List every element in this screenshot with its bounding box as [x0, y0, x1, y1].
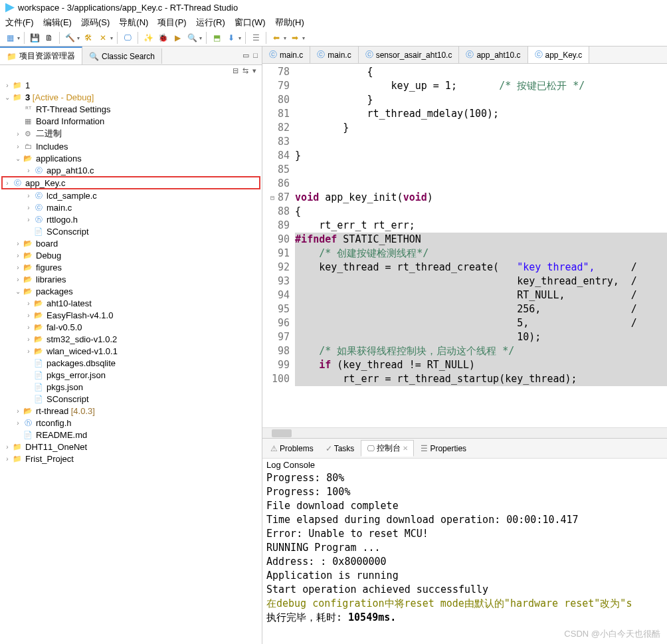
tree-item-aht10-latest[interactable]: ›📂aht10-latest: [1, 297, 260, 309]
tree-item-SConscript[interactable]: 📄SConscript: [1, 225, 260, 237]
menu-help[interactable]: 帮助(H): [275, 17, 304, 29]
tree-item-packages-dbsqlite[interactable]: 📄packages.dbsqlite: [1, 357, 260, 369]
maximize-icon[interactable]: □: [253, 51, 258, 60]
bottom-tab-控制台[interactable]: 🖵 控制台 ✕: [361, 440, 414, 457]
left-view-tabs: 📁 项目资源管理器 🔍 Classic Search ▭ □: [0, 47, 262, 65]
left-panel: 📁 项目资源管理器 🔍 Classic Search ▭ □ ⊟ ⇆ ▾ ›📁1…: [0, 47, 262, 644]
view-menu-icon[interactable]: ▾: [252, 66, 256, 75]
scrollbar-thumb[interactable]: [272, 429, 292, 437]
build-icon[interactable]: 🔨: [64, 32, 76, 44]
bottom-tab-Problems[interactable]: ⚠ Problems: [265, 442, 319, 455]
console-output[interactable]: Progress: 80%Progress: 100%File download…: [262, 471, 667, 644]
sdk-icon[interactable]: ⬒: [211, 32, 223, 44]
bottom-tab-Tasks[interactable]: ✓ Tasks: [320, 442, 360, 455]
c-file-icon: ⓒ: [365, 49, 373, 60]
search-icon: 🔍: [89, 52, 99, 61]
tree-item-libraries[interactable]: ›📂libraries: [1, 273, 260, 285]
save-icon[interactable]: 💾: [29, 32, 41, 44]
tree-item-stm32-sdio-v1-0-2[interactable]: ›📂stm32_sdio-v1.0.2: [1, 333, 260, 345]
editor-tab-4[interactable]: ⓒapp_Key.c: [528, 47, 590, 63]
tree-item-rt-thread[interactable]: ›📂rt-thread [4.0.3]: [1, 405, 260, 417]
app-logo-icon: [5, 3, 15, 13]
editor-tab-3[interactable]: ⓒapp_aht10.c: [459, 47, 527, 63]
tree-item-SConscript[interactable]: 📄SConscript: [1, 393, 260, 405]
tree-item-board[interactable]: ›📂board: [1, 237, 260, 249]
tree-item-DHT11-OneNet[interactable]: ›📁DHT11_OneNet: [1, 441, 260, 453]
menu-file[interactable]: 文件(F): [5, 17, 34, 29]
tree-item-1[interactable]: ›📁1: [1, 79, 260, 91]
c-file-icon: ⓒ: [317, 49, 325, 60]
menu-run[interactable]: 运行(R): [196, 17, 225, 29]
minimize-icon[interactable]: ▭: [242, 51, 249, 60]
tree-item-app-Key-c[interactable]: ›ⓒapp_Key.c: [1, 176, 260, 189]
editor-tab-1[interactable]: ⓒmain.c: [310, 47, 358, 63]
right-panel: ⓒmain.cⓒmain.cⓒsensor_asair_aht10.cⓒapp_…: [262, 47, 667, 644]
code-area[interactable]: { key_up = 1; /* 按键已松开 */ } rt_thread_md…: [295, 64, 667, 427]
menu-navigate[interactable]: 导航(N): [119, 17, 148, 29]
download-icon[interactable]: ⬇: [225, 32, 237, 44]
window-title: workspace - 3/applications/app_Key.c - R…: [18, 3, 238, 13]
search-icon[interactable]: 🔍: [186, 32, 198, 44]
tree-item-fal-v0-5-0[interactable]: ›📂fal-v0.5.0: [1, 321, 260, 333]
titlebar: workspace - 3/applications/app_Key.c - R…: [0, 0, 667, 15]
tree-item-main-c[interactable]: ›ⓒmain.c: [1, 201, 260, 213]
editor-tabs: ⓒmain.cⓒmain.cⓒsensor_asair_aht10.cⓒapp_…: [262, 47, 667, 64]
tree-item-RT-Thread-Settings[interactable]: ᴿᵀRT-Thread Settings: [1, 103, 260, 115]
tree-item-Frist-Project[interactable]: ›📁Frist_Project: [1, 453, 260, 465]
build-all-icon[interactable]: 🛠: [82, 32, 94, 44]
debug-config-icon[interactable]: ✨: [142, 32, 154, 44]
tree-item-figures[interactable]: ›📂figures: [1, 261, 260, 273]
tree-item-pkgs-error-json[interactable]: 📄pkgs_error.json: [1, 369, 260, 381]
tree-item-3[interactable]: ⌄📁3 [Active - Debug]: [1, 91, 260, 103]
console-title: Log Console: [262, 459, 667, 471]
menu-source[interactable]: 源码(S): [81, 17, 110, 29]
menu-edit[interactable]: 编辑(E): [43, 17, 72, 29]
tools-icon[interactable]: ✕: [97, 32, 109, 44]
tree-item-applications[interactable]: ⌄📂applications: [1, 152, 260, 164]
tab-icon: ✓: [326, 444, 332, 453]
tree-item----[interactable]: ›⚙二进制: [1, 127, 260, 140]
tree-item-Includes[interactable]: ›🗀Includes: [1, 140, 260, 152]
project-tree[interactable]: ›📁1⌄📁3 [Active - Debug]ᴿᵀRT-Thread Setti…: [0, 76, 262, 644]
c-file-icon: ⓒ: [466, 49, 474, 60]
tree-item-EasyFlash-v4-1-0[interactable]: ›📂EasyFlash-v4.1.0: [1, 309, 260, 321]
run-icon[interactable]: ▶: [171, 32, 183, 44]
tree-item-app-aht10-c[interactable]: ›ⓒapp_aht10.c: [1, 164, 260, 176]
tab-classic-search[interactable]: 🔍 Classic Search: [82, 48, 162, 64]
back-icon[interactable]: ⬅: [270, 32, 282, 44]
menu-project[interactable]: 项目(P): [157, 17, 186, 29]
tree-item-pkgs-json[interactable]: 📄pkgs.json: [1, 381, 260, 393]
code-editor[interactable]: 7879808182838485868788899091929394959697…: [262, 64, 667, 427]
line-gutter: 7879808182838485868788899091929394959697…: [262, 64, 295, 427]
tree-item-README-md[interactable]: 📄README.md: [1, 429, 260, 441]
c-file-icon: ⓒ: [535, 49, 543, 60]
editor-hscrollbar[interactable]: [262, 427, 667, 438]
editor-tab-0[interactable]: ⓒmain.c: [262, 47, 310, 63]
tab-project-explorer[interactable]: 📁 项目资源管理器: [0, 47, 82, 64]
tree-item-Debug[interactable]: ›📂Debug: [1, 249, 260, 261]
bottom-panel: ⚠ Problems✓ Tasks🖵 控制台 ✕☰ Properties Log…: [262, 438, 667, 644]
forward-icon[interactable]: ➡: [289, 32, 301, 44]
menubar: 文件(F) 编辑(E) 源码(S) 导航(N) 项目(P) 运行(R) 窗口(W…: [0, 15, 667, 30]
tree-item-packages[interactable]: ⌄📂packages: [1, 285, 260, 297]
new-icon[interactable]: ▦: [4, 32, 16, 44]
save-all-icon[interactable]: 🗎: [43, 32, 55, 44]
link-editor-icon[interactable]: ⇆: [242, 66, 248, 75]
stack-icon[interactable]: ☰: [250, 32, 262, 44]
bottom-tab-Properties[interactable]: ☰ Properties: [415, 442, 472, 455]
editor-tab-2[interactable]: ⓒsensor_asair_aht10.c: [359, 47, 460, 63]
terminal-icon[interactable]: 🖵: [122, 32, 134, 44]
tab-icon: ⚠: [270, 444, 278, 453]
tab-icon: 🖵: [367, 444, 375, 453]
c-file-icon: ⓒ: [269, 49, 277, 60]
menu-window[interactable]: 窗口(W): [235, 17, 266, 29]
tree-item-lcd-sample-c[interactable]: ›ⓒlcd_sample.c: [1, 189, 260, 201]
tree-item-rttlogo-h[interactable]: ›ⓗrttlogo.h: [1, 213, 260, 225]
main-area: 📁 项目资源管理器 🔍 Classic Search ▭ □ ⊟ ⇆ ▾ ›📁1…: [0, 47, 667, 644]
tree-item-wlan-wiced-v1-0-1[interactable]: ›📂wlan_wiced-v1.0.1: [1, 345, 260, 357]
collapse-all-icon[interactable]: ⊟: [233, 66, 238, 75]
explorer-mini-toolbar: ⊟ ⇆ ▾: [0, 65, 262, 76]
tree-item-rtconfig-h[interactable]: ›ⓗrtconfig.h: [1, 417, 260, 429]
debug-icon[interactable]: 🐞: [157, 32, 169, 44]
tree-item-Board-Information[interactable]: ▦Board Information: [1, 115, 260, 127]
